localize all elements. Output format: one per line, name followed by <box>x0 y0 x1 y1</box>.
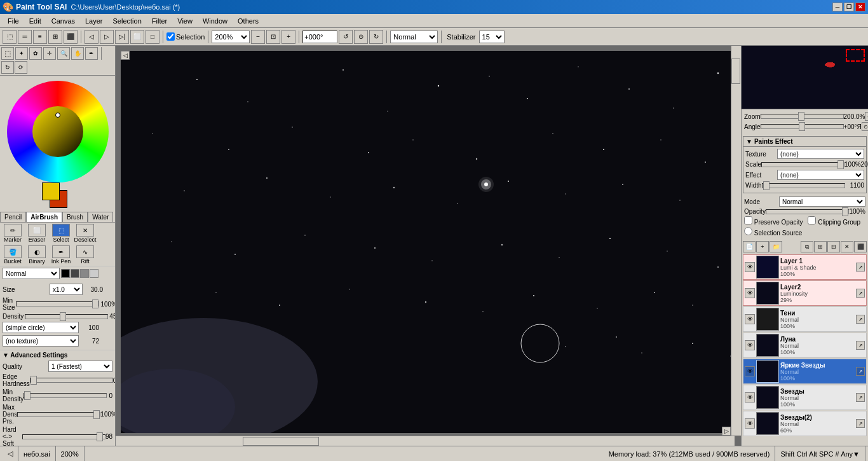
angle-slider[interactable] <box>761 124 844 129</box>
rotate-reset-btn[interactable]: ⊙ <box>354 30 368 44</box>
menu-canvas[interactable]: Canvas <box>46 16 80 26</box>
menu-file[interactable]: File <box>3 16 24 26</box>
sub-tool-marker[interactable]: ✏ Marker <box>1 224 24 243</box>
foreground-color[interactable] <box>42 182 60 200</box>
move-tool[interactable]: ✛ <box>43 47 56 60</box>
layer-eye-5[interactable]: 👁 <box>745 366 755 376</box>
zoom-reset-btn[interactable]: ⊙ <box>865 112 868 121</box>
brush-shape-select[interactable]: (simple circle) <box>3 322 79 333</box>
layer-link-7[interactable]: ↗ <box>856 419 865 428</box>
width-slider[interactable] <box>762 183 845 188</box>
zoom-select[interactable]: 200% <box>212 31 250 43</box>
edge-hardness-slider[interactable] <box>30 378 113 383</box>
menu-layer[interactable]: Layer <box>80 16 108 26</box>
hand-tool[interactable]: ✋ <box>71 47 84 60</box>
layer-copy-btn[interactable]: ⊞ <box>814 241 827 252</box>
zoom-fit-btn[interactable]: ⊡ <box>266 30 280 44</box>
layer-link-4[interactable]: ↗ <box>856 341 865 350</box>
toolbar-nav-5[interactable]: □ <box>146 30 159 44</box>
toolbar-btn-1[interactable]: ⬚ <box>3 30 17 44</box>
menu-filter[interactable]: Filter <box>147 16 172 26</box>
layer-delete-btn[interactable]: ✕ <box>841 241 853 252</box>
toolbar-nav-4[interactable]: ⬜ <box>130 30 144 44</box>
minimize-button[interactable]: ─ <box>832 3 843 11</box>
min-size-slider[interactable] <box>16 301 99 306</box>
texture-select[interactable]: (no texture) <box>3 335 79 347</box>
sub-tool-binary[interactable]: ◐ Binary <box>25 245 48 265</box>
size-multiplier-select[interactable]: x1.0 <box>50 284 83 295</box>
layer-merge-btn[interactable]: ⊟ <box>827 241 840 252</box>
blend-icon-dark[interactable] <box>71 269 79 278</box>
layer-eye-2[interactable]: 👁 <box>745 288 755 298</box>
sub-tool-select[interactable]: ⬚ Select <box>50 224 72 243</box>
selection-source-radio[interactable] <box>744 227 752 235</box>
eyedropper-tool[interactable]: ✒ <box>85 47 98 60</box>
tab-airbrush[interactable]: AirBrush <box>26 212 62 222</box>
lasso-tool[interactable]: ✦ <box>15 47 28 60</box>
close-button[interactable]: ✕ <box>855 3 865 11</box>
layer-eye-6[interactable]: 👁 <box>745 392 755 403</box>
blend-mode-select[interactable]: Normal <box>3 268 60 279</box>
layer-eye-4[interactable]: 👁 <box>745 340 755 350</box>
selection-checkbox[interactable] <box>166 32 175 41</box>
sub-tool-bucket[interactable]: 🪣 Bucket <box>1 245 24 265</box>
stabilizer-select[interactable]: 15 <box>479 31 505 43</box>
rotate-tool[interactable]: ↻ <box>1 61 14 74</box>
preserve-opacity-checkbox[interactable] <box>744 216 752 224</box>
canvas-nav-tl[interactable]: ◁ <box>121 51 130 60</box>
menu-window[interactable]: Window <box>198 16 233 26</box>
tab-water[interactable]: Water <box>88 212 113 222</box>
tab-pencil[interactable]: Pencil <box>0 212 26 222</box>
layer-move-up-btn[interactable]: ⧉ <box>801 241 813 252</box>
mode-select-toolbar[interactable]: Normal <box>390 31 438 43</box>
adv-header[interactable]: ▼ Advanced Settings <box>3 352 112 359</box>
new-file-btn[interactable]: 📄 <box>743 241 756 252</box>
layer-eye-1[interactable]: 👁 <box>745 262 755 272</box>
vertical-scrollbar[interactable] <box>731 46 741 436</box>
scale-slider[interactable] <box>761 162 844 167</box>
nav-arrow-left[interactable]: ◁ <box>8 450 13 458</box>
canvas-image[interactable] <box>121 51 736 433</box>
new-layer-btn[interactable]: + <box>756 241 769 252</box>
rotate-cw-btn[interactable]: ↻ <box>369 30 383 44</box>
canvas-container[interactable]: ◁ ▷ <box>116 46 741 446</box>
tab-brush[interactable]: Brush <box>62 212 88 222</box>
min-density-slider[interactable] <box>24 393 107 398</box>
layer-link-1[interactable]: ↗ <box>856 263 865 272</box>
max-dens-slider[interactable] <box>17 412 100 417</box>
rotate-ccw-btn[interactable]: ↺ <box>339 30 353 44</box>
blend-icon-black[interactable] <box>61 269 70 278</box>
color-square[interactable] <box>32 106 83 157</box>
layer-mode-select[interactable]: Normal <box>779 196 865 207</box>
effect-effect-select[interactable]: (none) <box>777 170 864 180</box>
layer-eye-3[interactable]: 👁 <box>745 314 755 324</box>
color-wheel[interactable] <box>7 81 109 182</box>
horizontal-scrollbar[interactable] <box>116 436 735 446</box>
zoom-tool[interactable]: 🔍 <box>57 47 70 60</box>
texture-effect-select[interactable]: (none) <box>777 149 864 159</box>
toolbar-nav-3[interactable]: ▷| <box>115 30 129 44</box>
menu-selection[interactable]: Selection <box>108 16 147 26</box>
sub-tool-eraser[interactable]: ⬜ Eraser <box>25 224 48 243</box>
toolbar-btn-grid[interactable]: ⊞ <box>48 30 62 44</box>
zoom-out-btn[interactable]: − <box>251 30 265 44</box>
angle-reset-btn[interactable]: ⊙ <box>862 122 868 131</box>
quality-select[interactable]: 1 (Fastest) <box>48 361 112 372</box>
hard-soft-slider[interactable] <box>22 434 105 439</box>
restore-button[interactable]: ❐ <box>844 3 854 11</box>
sub-tool-inkpen[interactable]: ✒ Ink Pen <box>50 245 72 265</box>
opacity-slider[interactable] <box>766 209 849 214</box>
sub-tool-rift[interactable]: ∿ Rift <box>74 245 97 265</box>
clipping-group-checkbox[interactable] <box>808 216 816 224</box>
canvas[interactable] <box>121 51 736 433</box>
blend-icon-mid[interactable] <box>80 269 89 278</box>
selection-tool[interactable]: ⬚ <box>1 47 14 60</box>
menu-edit[interactable]: Edit <box>24 16 46 26</box>
layer-extra-btn[interactable]: ⬛ <box>854 241 867 252</box>
density-slider[interactable] <box>25 314 108 319</box>
layer-link-3[interactable]: ↗ <box>856 315 865 324</box>
extra-tool-2[interactable]: ⟳ <box>15 61 27 74</box>
zoom-slider[interactable] <box>761 114 844 119</box>
zoom-in-btn[interactable]: + <box>281 30 295 44</box>
blend-icon-light[interactable] <box>90 269 98 278</box>
